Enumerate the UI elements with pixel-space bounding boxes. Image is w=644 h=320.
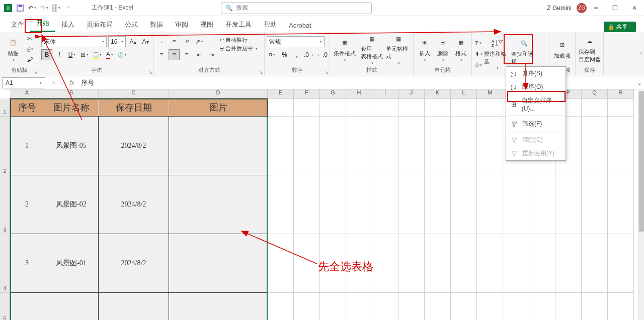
format-table-button[interactable]: ▦套用 表格格式▾ xyxy=(359,33,384,65)
save-icon[interactable] xyxy=(16,4,24,12)
decrease-font-icon[interactable]: A▾ xyxy=(140,36,151,47)
autosum-icon[interactable]: Σ▾ xyxy=(474,39,483,48)
align-dialog-icon[interactable]: ↘ xyxy=(259,70,263,75)
tab-acrobat[interactable]: Acrobat xyxy=(283,19,317,32)
cell[interactable] xyxy=(320,175,346,234)
decrease-decimal-icon[interactable]: ←.0 xyxy=(316,49,328,60)
cell[interactable] xyxy=(398,117,425,175)
cell[interactable] xyxy=(503,175,529,234)
indent-icon[interactable]: ⇥ xyxy=(206,49,217,60)
cell[interactable] xyxy=(372,117,398,175)
tab-file[interactable]: 文件 xyxy=(5,17,30,32)
cell[interactable] xyxy=(268,293,294,320)
share-button[interactable]: 🔓共享▾ xyxy=(604,22,636,32)
tab-layout[interactable]: 页面布局 xyxy=(80,17,119,32)
conditional-format-button[interactable]: ▦条件格式▾ xyxy=(332,33,357,65)
cell[interactable]: 保存日期 xyxy=(99,98,169,117)
paste-button[interactable]: 📋 粘贴▾ xyxy=(2,33,24,65)
tab-dev[interactable]: 开发工具 xyxy=(219,17,258,32)
cell[interactable] xyxy=(169,293,268,320)
row-header[interactable]: 3 xyxy=(0,175,10,234)
font-dialog-icon[interactable]: ↘ xyxy=(148,70,152,75)
font-color-button[interactable]: A▾ xyxy=(104,49,115,60)
cell[interactable] xyxy=(320,117,346,175)
row-header[interactable]: 2 xyxy=(0,117,10,175)
col-header[interactable]: M xyxy=(477,89,503,98)
close-icon[interactable]: ✕ xyxy=(630,4,639,13)
cell[interactable] xyxy=(582,293,608,320)
increase-decimal-icon[interactable]: .0→ xyxy=(304,49,315,60)
cell[interactable] xyxy=(503,234,529,293)
cut-icon[interactable]: ✂ xyxy=(25,34,34,43)
cell[interactable] xyxy=(372,293,398,320)
cell[interactable] xyxy=(608,175,634,234)
tab-view[interactable]: 视图 xyxy=(194,17,219,32)
menu-custom-sort[interactable]: ⊞自定义排序(U)... xyxy=(506,94,566,115)
cell[interactable] xyxy=(451,98,477,117)
col-header[interactable]: K xyxy=(425,89,451,98)
font-size-select[interactable]: 16▾ xyxy=(108,36,126,47)
comma-icon[interactable]: , xyxy=(291,49,302,60)
redo-icon[interactable]: ↷▾ xyxy=(40,4,48,12)
currency-icon[interactable]: ¤▾ xyxy=(267,49,278,60)
cell[interactable] xyxy=(372,175,398,234)
align-center-icon[interactable]: ≡ xyxy=(169,49,180,60)
col-header[interactable]: D xyxy=(169,89,268,98)
cell[interactable] xyxy=(425,293,451,320)
cell[interactable] xyxy=(477,234,503,293)
cell[interactable] xyxy=(608,234,634,293)
merge-button[interactable]: ⊟合并后居中▾ xyxy=(219,45,258,52)
cell[interactable] xyxy=(99,293,169,320)
cell[interactable]: 3 xyxy=(10,234,44,293)
addins-button[interactable]: ⊞加载项 xyxy=(551,33,573,65)
cell[interactable] xyxy=(398,98,425,117)
cell[interactable]: 风景图-05 xyxy=(44,117,99,175)
cell[interactable] xyxy=(372,98,398,117)
search-box[interactable]: 🔍 搜索 xyxy=(221,2,372,14)
cell[interactable]: 序号 xyxy=(10,98,44,117)
tab-review[interactable]: 审阅 xyxy=(169,17,194,32)
row-header[interactable]: 4 xyxy=(0,234,10,293)
cell[interactable] xyxy=(398,293,425,320)
cell[interactable] xyxy=(608,117,634,175)
align-middle-icon[interactable]: ≡ xyxy=(169,36,180,47)
cell[interactable]: 2024/8/2 xyxy=(99,117,169,175)
cell[interactable]: 2024/8/2 xyxy=(99,234,169,293)
wrap-text-button[interactable]: ↩自动换行 xyxy=(219,36,258,44)
orientation-icon[interactable]: ↗▾ xyxy=(194,36,205,47)
cell[interactable] xyxy=(169,234,268,293)
font-name-select[interactable]: 宋体▾ xyxy=(41,36,107,47)
tab-home[interactable]: 开始 xyxy=(30,16,55,32)
expand-formula-icon[interactable]: ⌄ xyxy=(635,79,644,86)
cell[interactable] xyxy=(555,293,582,320)
menu-filter[interactable]: 筛选(F) xyxy=(506,117,566,131)
cell[interactable]: 图片 xyxy=(169,98,268,117)
format-painter-icon[interactable]: 🖌 xyxy=(25,55,34,64)
name-box[interactable]: A1▾ xyxy=(2,77,45,88)
minimize-icon[interactable]: ━ xyxy=(592,4,601,13)
cell[interactable] xyxy=(268,98,294,117)
cell[interactable] xyxy=(582,175,608,234)
cell[interactable]: 2 xyxy=(10,175,44,234)
cell[interactable] xyxy=(451,293,477,320)
cell[interactable] xyxy=(346,293,372,320)
cell[interactable]: 1 xyxy=(10,117,44,175)
qat-grid-icon[interactable]: ▾ xyxy=(52,4,60,12)
col-header[interactable]: F xyxy=(294,89,320,98)
number-format-select[interactable]: 常规▾ xyxy=(267,36,325,47)
cell[interactable] xyxy=(555,234,582,293)
cell[interactable] xyxy=(582,234,608,293)
cell[interactable] xyxy=(451,175,477,234)
cell[interactable] xyxy=(294,98,320,117)
menu-sort-asc[interactable]: AZ升序(S) xyxy=(506,67,566,80)
user-name[interactable]: Z Gemini xyxy=(547,5,572,12)
cell[interactable] xyxy=(372,234,398,293)
cell[interactable] xyxy=(398,234,425,293)
cell[interactable] xyxy=(346,98,372,117)
bold-button[interactable]: B xyxy=(41,49,52,60)
align-right-icon[interactable]: ≡ xyxy=(181,49,192,60)
cell[interactable] xyxy=(320,293,346,320)
sort-filter-button[interactable]: AZ排序和筛选▾ xyxy=(484,38,510,70)
fill-color-button[interactable]: ⬚▾ xyxy=(92,49,103,60)
cell[interactable] xyxy=(555,175,582,234)
